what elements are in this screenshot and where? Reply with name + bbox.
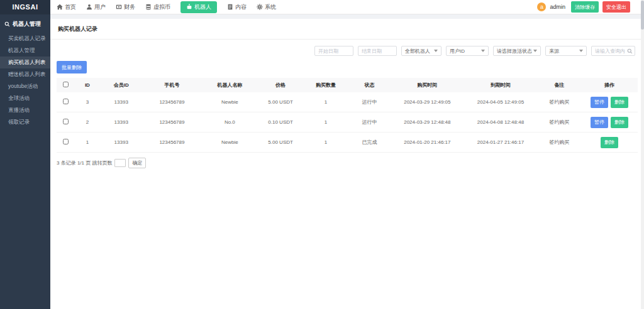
pagination-summary: 3 条记录 1/1 页 跳转页数 (57, 160, 112, 166)
chevron-down-icon (533, 50, 537, 52)
row-checkbox[interactable] (63, 99, 69, 104)
start-date-input[interactable] (314, 46, 353, 56)
nav-item-home[interactable]: 首页 (57, 3, 76, 11)
cell-price: 5.00 USDT (258, 92, 303, 112)
top-nav-list: 首页 用户 财务 虚拟币 (57, 1, 286, 13)
cell-id: 3 (75, 92, 100, 112)
select-all-checkbox[interactable] (63, 82, 69, 87)
sidebar-item-live-activity[interactable]: 直播活动 (0, 104, 50, 116)
nav-label: 首页 (65, 3, 76, 11)
scrollbar-thumb[interactable] (641, 1, 644, 30)
col-header-id: ID (75, 78, 100, 92)
cell-price: 0.10 USDT (258, 112, 303, 133)
pause-button[interactable]: 暂停 (591, 97, 608, 108)
admin-username: admin (550, 4, 565, 10)
cell-price: 5.00 USDT (258, 133, 303, 153)
table-row: 213393123456789No.00.10 USDT1运行中2024-03-… (57, 112, 638, 133)
page-number-input[interactable] (114, 159, 126, 167)
cell-expire-time: 2024-01-27 21:46:17 (464, 133, 538, 153)
nav-item-finance[interactable]: 财务 (116, 3, 135, 11)
records-card: 购买机器人记录 全部机器人 用户ID 请选择激活状态 (50, 19, 644, 309)
records-table: ID 会员ID 手机号 机器人名称 价格 购买数量 状态 购买时间 到期时间 备… (57, 78, 638, 153)
scrollbar-track[interactable] (641, 0, 644, 309)
cell-member-id: 13393 (100, 133, 142, 153)
cell-buy-time: 2024-03-29 12:49:05 (391, 92, 464, 112)
nav-label: 财务 (124, 3, 135, 11)
nav-item-crypto[interactable]: 虚拟币 (145, 3, 170, 11)
main-area: 首页 用户 财务 虚拟币 (50, 0, 644, 309)
search-icon[interactable] (627, 48, 633, 54)
delete-button[interactable]: 删除 (611, 97, 628, 108)
cell-quantity: 1 (303, 112, 348, 133)
sidebar-item-robot-manage[interactable]: 机器人管理 (0, 45, 50, 57)
nav-item-content[interactable]: 内容 (227, 3, 247, 11)
avatar[interactable]: a (537, 3, 546, 11)
col-header-member-id: 会员ID (100, 78, 142, 92)
cell-phone: 123456789 (142, 92, 201, 112)
col-header-quantity: 购买数量 (303, 78, 348, 92)
chevron-down-icon (434, 50, 438, 52)
col-header-actions: 操作 (581, 78, 638, 92)
col-header-expire-time: 到期时间 (464, 78, 538, 92)
logout-button[interactable]: 安全退出 (602, 1, 630, 13)
nav-label: 系统 (265, 3, 276, 11)
cell-status: 运行中 (348, 112, 391, 133)
activation-status-select[interactable]: 请选择激活状态 (493, 46, 541, 56)
end-date-input[interactable] (358, 46, 397, 56)
content-icon (227, 4, 233, 10)
pause-button[interactable]: 暂停 (591, 117, 608, 128)
row-checkbox[interactable] (63, 139, 69, 144)
brand-logo: INGSAI (0, 0, 50, 14)
sidebar-item-global-activity[interactable]: 全球活动 (0, 92, 50, 104)
col-header-robot-name: 机器人名称 (202, 78, 258, 92)
nav-item-users[interactable]: 用户 (86, 3, 106, 11)
delete-button[interactable]: 删除 (601, 137, 618, 148)
sidebar-item-gift-robot-list[interactable]: 赠送机器人列表 (0, 68, 50, 80)
table-body: 313393123456789Newbie5.00 USDT1运行中2024-0… (57, 92, 638, 153)
clear-cache-button[interactable]: 清除缓存 (571, 1, 599, 13)
top-navbar: 首页 用户 财务 虚拟币 (50, 0, 644, 14)
search-box (591, 46, 635, 56)
sidebar-item-youtube-activity[interactable]: youtube活动 (0, 80, 50, 92)
cell-remark: 签约购买 (537, 92, 581, 112)
cell-phone: 123456789 (142, 133, 201, 153)
cell-id: 2 (75, 112, 100, 133)
cell-quantity: 1 (303, 133, 348, 153)
nav-item-robots[interactable]: 机器人 (180, 1, 217, 13)
coins-icon (145, 4, 152, 10)
sidebar-item-purchase-robot-list[interactable]: 购买机器人列表 (0, 57, 50, 68)
cell-quantity: 1 (303, 92, 348, 112)
cell-remark: 签约购买 (537, 133, 581, 153)
select-value: 请选择激活状态 (497, 48, 532, 55)
table-row: 313393123456789Newbie5.00 USDT1运行中2024-0… (57, 92, 638, 112)
select-value: 来源 (549, 48, 559, 55)
user-id-filter-select[interactable]: 用户ID (446, 46, 489, 56)
select-value: 用户ID (450, 48, 465, 55)
chevron-down-icon (579, 50, 583, 52)
cell-phone: 123456789 (142, 112, 201, 133)
page-confirm-button[interactable]: 确定 (128, 158, 146, 168)
cell-expire-time: 2024-04-08 12:48:48 (464, 112, 538, 133)
batch-delete-button[interactable]: 批量删除 (57, 61, 87, 73)
nav-item-system[interactable]: 系统 (257, 3, 276, 11)
robot-icon (186, 4, 192, 10)
sidebar-item-buy-sell-records[interactable]: 买卖机器人记录 (0, 33, 50, 45)
col-header-status: 状态 (348, 78, 391, 92)
row-checkbox[interactable] (63, 119, 69, 124)
sidebar-item-claim-records[interactable]: 领取记录 (0, 116, 50, 128)
col-header-phone: 手机号 (142, 78, 201, 92)
delete-button[interactable]: 删除 (611, 117, 628, 128)
app-window: INGSAI 机器人管理 买卖机器人记录 机器人管理 购买机器人列表 赠送机器人… (0, 0, 644, 309)
select-value: 全部机器人 (405, 48, 430, 55)
chevron-down-icon (481, 50, 485, 52)
source-filter-select[interactable]: 来源 (545, 46, 587, 56)
home-icon (57, 4, 63, 10)
sidebar-section-header: 机器人管理 (0, 14, 50, 33)
nav-label: 虚拟币 (153, 3, 170, 11)
cell-remark: 签约购买 (537, 112, 581, 133)
user-icon (86, 4, 92, 10)
pagination: 3 条记录 1/1 页 跳转页数 确定 (50, 153, 644, 173)
robot-filter-select[interactable]: 全部机器人 (401, 46, 441, 56)
col-header-remark: 备注 (537, 78, 581, 92)
cell-status: 已完成 (348, 133, 391, 153)
